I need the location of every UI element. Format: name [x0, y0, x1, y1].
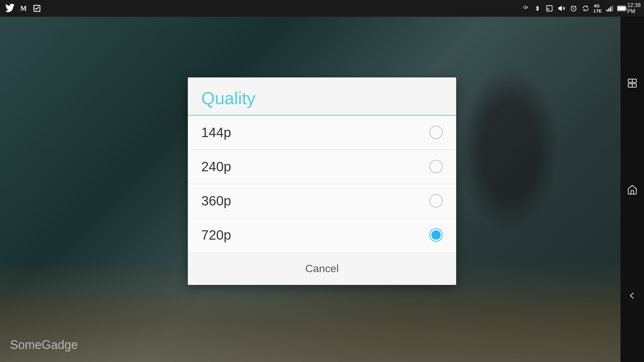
quality-option-360p[interactable]: 360p [188, 184, 456, 218]
radio-720p-inner [431, 230, 441, 240]
dialog-overlay: Quality 144p 240p 360p [0, 0, 644, 362]
dialog-header: Quality [188, 77, 456, 108]
dialog-options: 144p 240p 360p 720p [188, 116, 456, 252]
quality-option-240p[interactable]: 240p [188, 150, 456, 184]
quality-option-144p[interactable]: 144p [188, 116, 456, 150]
radio-720p[interactable] [429, 228, 443, 242]
quality-label-360p: 360p [201, 193, 231, 208]
quality-label-720p: 720p [201, 228, 231, 243]
radio-360p[interactable] [429, 194, 443, 207]
dialog-title: Quality [201, 88, 443, 108]
quality-label-144p: 144p [201, 125, 231, 140]
radio-240p[interactable] [429, 160, 443, 173]
cancel-button[interactable]: Cancel [295, 259, 349, 278]
quality-dialog: Quality 144p 240p 360p [188, 77, 456, 285]
dialog-footer: Cancel [188, 252, 456, 285]
radio-144p[interactable] [429, 126, 443, 139]
quality-label-240p: 240p [201, 159, 231, 174]
quality-option-720p[interactable]: 720p [188, 218, 456, 252]
